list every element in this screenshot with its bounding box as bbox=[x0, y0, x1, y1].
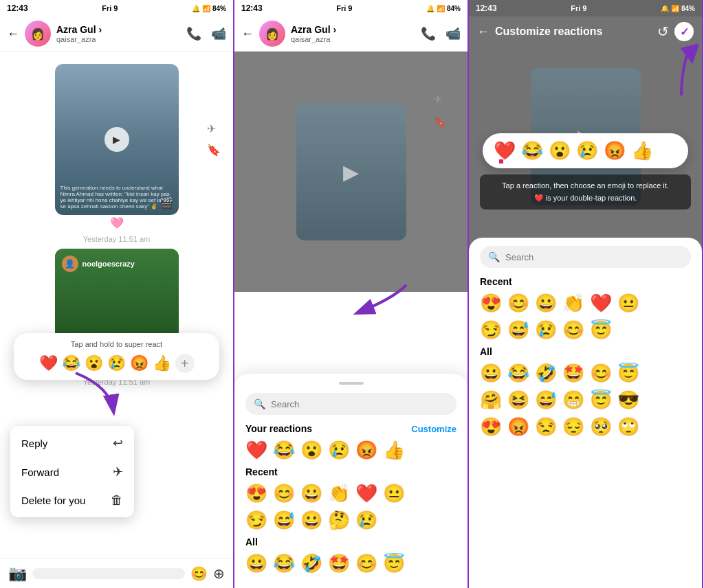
your-react-3[interactable]: 😢 bbox=[328, 440, 350, 461]
all-4[interactable]: 😊 bbox=[355, 553, 377, 574]
status-bar-1: 12:43 Fri 9 🔔 📶 84% bbox=[0, 0, 233, 16]
confirm-button[interactable]: ✓ bbox=[674, 22, 694, 41]
p3-all-2[interactable]: 🤣 bbox=[535, 363, 557, 384]
p3-all-15[interactable]: 😔 bbox=[562, 416, 584, 438]
reset-icon[interactable]: ↺ bbox=[657, 23, 669, 40]
your-react-4[interactable]: 😡 bbox=[355, 440, 377, 461]
p3-recent-0[interactable]: 😍 bbox=[480, 293, 502, 314]
react-wow[interactable]: 😮 bbox=[85, 354, 103, 372]
all-5[interactable]: 😇 bbox=[383, 553, 405, 574]
react-cry[interactable]: 😢 bbox=[107, 354, 126, 372]
p3-all-12[interactable]: 😍 bbox=[480, 416, 502, 438]
recent-8[interactable]: 😀 bbox=[300, 510, 322, 531]
search-bar-2[interactable]: 🔍 bbox=[245, 393, 456, 415]
reply-item[interactable]: Reply ↩ bbox=[10, 429, 134, 457]
recent-4[interactable]: ❤️ bbox=[355, 483, 377, 504]
recent-1[interactable]: 😊 bbox=[273, 483, 295, 504]
p3-all-11[interactable]: 😎 bbox=[617, 389, 639, 411]
recent-6[interactable]: 😏 bbox=[245, 510, 267, 531]
phone-icon-1[interactable]: 📞 bbox=[186, 26, 201, 41]
p3-all-3[interactable]: 🤩 bbox=[562, 363, 584, 384]
super-react-text: Tap and hold to super react bbox=[23, 340, 210, 348]
p3-all-9[interactable]: 😁 bbox=[562, 389, 584, 411]
video-icon-2[interactable]: 📹 bbox=[446, 26, 461, 41]
p3-all-16[interactable]: 🥺 bbox=[590, 416, 612, 438]
back-button-1[interactable]: ← bbox=[7, 27, 19, 41]
p3-recent-5[interactable]: 😐 bbox=[617, 293, 639, 314]
react-bar-4[interactable]: 😡 bbox=[604, 140, 626, 161]
p3-all-1[interactable]: 😂 bbox=[507, 363, 529, 384]
bookmark-icon[interactable]: 🔖 bbox=[207, 144, 221, 157]
reel-user: noelgoescrazy bbox=[82, 260, 135, 268]
search-bar-3[interactable]: 🔍 bbox=[480, 246, 691, 268]
panel-3: 12:43 Fri 9 🔔 📶 84% ▶ ← Customize reacti… bbox=[469, 0, 703, 588]
forward-item[interactable]: Forward ✈ bbox=[10, 457, 134, 486]
p3-all-7[interactable]: 😆 bbox=[507, 389, 529, 411]
p3-all-8[interactable]: 😅 bbox=[535, 389, 557, 411]
phone-icon-2[interactable]: 📞 bbox=[421, 26, 436, 41]
p3-recent-4[interactable]: ❤️ bbox=[590, 293, 612, 314]
p3-all-17[interactable]: 🙄 bbox=[617, 416, 639, 438]
camera-button-1[interactable]: 📷 bbox=[8, 565, 27, 583]
all-0[interactable]: 😀 bbox=[245, 553, 267, 574]
react-bar-1[interactable]: 😂 bbox=[521, 140, 543, 161]
p3-recent-row-1: 😍 😊 😀 👏 ❤️ 😐 bbox=[480, 293, 691, 314]
p3-recent-3[interactable]: 👏 bbox=[562, 293, 584, 314]
search-input-2[interactable] bbox=[271, 399, 448, 409]
play-button-1[interactable]: ▶ bbox=[104, 127, 129, 152]
recent-5[interactable]: 😐 bbox=[383, 483, 405, 504]
forward-icon[interactable]: ✈ bbox=[207, 122, 221, 135]
react-bar-2[interactable]: 😮 bbox=[549, 140, 571, 161]
back-button-2[interactable]: ← bbox=[241, 27, 254, 41]
recent-0[interactable]: 😍 bbox=[245, 483, 267, 504]
video-icon-1[interactable]: 📹 bbox=[211, 26, 226, 41]
delete-item[interactable]: Delete for you 🗑 bbox=[10, 486, 134, 514]
your-react-0[interactable]: ❤️ bbox=[245, 440, 267, 461]
p3-all-14[interactable]: 😒 bbox=[535, 416, 557, 438]
p3-recent-7[interactable]: 😅 bbox=[507, 319, 529, 341]
all-header-3: All bbox=[480, 346, 691, 357]
p3-recent-8[interactable]: 😢 bbox=[535, 319, 557, 341]
p3-all-0[interactable]: 😀 bbox=[480, 363, 502, 384]
react-laugh[interactable]: 😂 bbox=[62, 354, 80, 372]
p3-all-4[interactable]: 😊 bbox=[590, 363, 612, 384]
p3-recent-1[interactable]: 😊 bbox=[507, 293, 529, 314]
all-3[interactable]: 🤩 bbox=[328, 553, 350, 574]
panel-2: 12:43 Fri 9 🔔 📶 84% ← 👩 Azra Gul › qaisa… bbox=[234, 0, 469, 588]
your-react-1[interactable]: 😂 bbox=[273, 440, 295, 461]
your-react-2[interactable]: 😮 bbox=[300, 440, 322, 461]
p3-all-13[interactable]: 😡 bbox=[507, 416, 529, 438]
recent-10[interactable]: 😢 bbox=[355, 510, 377, 531]
react-bar-0[interactable]: ❤️ bbox=[494, 140, 516, 161]
recent-2[interactable]: 😀 bbox=[300, 483, 322, 504]
customize-info: Tap a reaction, then choose an emoji to … bbox=[480, 174, 691, 210]
customize-link[interactable]: Customize bbox=[411, 424, 456, 434]
your-react-5[interactable]: 👍 bbox=[383, 440, 405, 461]
add-reaction-button[interactable]: + bbox=[175, 354, 195, 373]
p3-recent-9[interactable]: 😊 bbox=[562, 319, 584, 341]
delete-label: Delete for you bbox=[21, 495, 85, 506]
day-2: Fri 9 bbox=[336, 4, 352, 12]
message-input-1[interactable] bbox=[32, 568, 185, 579]
sticker-button-1[interactable]: 😊 bbox=[190, 565, 208, 582]
p3-all-10[interactable]: 😇 bbox=[590, 389, 612, 411]
customize-header: ← Customize reactions ↺ ✓ bbox=[469, 16, 702, 47]
p3-all-5[interactable]: 😇 bbox=[617, 363, 639, 384]
search-input-3[interactable] bbox=[505, 252, 683, 262]
recent-7[interactable]: 😅 bbox=[273, 510, 295, 531]
p3-all-6[interactable]: 🤗 bbox=[480, 389, 502, 411]
p3-recent-2[interactable]: 😀 bbox=[535, 293, 557, 314]
all-2[interactable]: 🤣 bbox=[300, 553, 322, 574]
react-bar-5[interactable]: 👍 bbox=[631, 140, 653, 161]
recent-9[interactable]: 🤔 bbox=[328, 510, 350, 531]
p3-recent-10[interactable]: 😇 bbox=[590, 319, 612, 341]
all-1[interactable]: 😂 bbox=[273, 553, 295, 574]
react-heart[interactable]: ❤️ bbox=[39, 354, 58, 372]
recent-3[interactable]: 👏 bbox=[328, 483, 350, 504]
react-bar-3[interactable]: 😢 bbox=[576, 140, 598, 161]
p3-recent-6[interactable]: 😏 bbox=[480, 319, 502, 341]
react-angry[interactable]: 😡 bbox=[130, 354, 148, 372]
back-button-3[interactable]: ← bbox=[477, 25, 490, 39]
react-thumbs[interactable]: 👍 bbox=[153, 354, 171, 372]
plus-button-1[interactable]: ⊕ bbox=[213, 565, 225, 582]
